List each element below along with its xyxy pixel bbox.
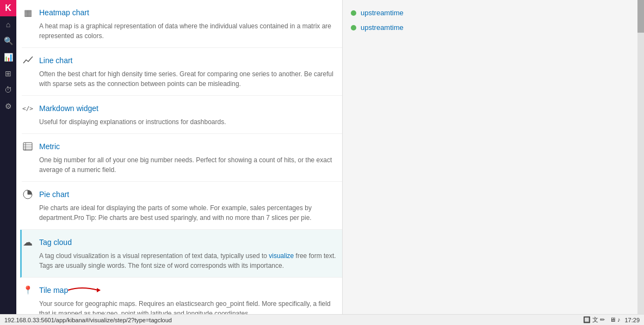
- status-url: 192.168.0.33:5601/app/kibana#/visualize/…: [4, 317, 172, 323]
- annotation-arrow: [65, 285, 109, 296]
- viz-item-markdown-header: </> Markdown widget: [22, 102, 337, 114]
- viz-item-pie-header: Pie chart: [22, 188, 337, 200]
- right-item-label-1: upstreamtime: [361, 9, 404, 17]
- markdown-icon: </>: [22, 102, 34, 114]
- sidebar-icon-visualize[interactable]: 📊: [0, 49, 16, 65]
- pie-chart-icon: [22, 188, 34, 200]
- svg-line-0: [32, 57, 33, 58]
- pie-chart-description: Pie charts are ideal for displaying the …: [39, 203, 337, 223]
- viz-item-tilemap-header: 📍 Tile map: [22, 284, 337, 296]
- metric-icon: [22, 140, 34, 152]
- viz-item-tagcloud[interactable]: ☁ Tag cloud A tag cloud visualization is…: [20, 230, 342, 278]
- line-chart-title: Line chart: [39, 56, 72, 65]
- metric-title: Metric: [39, 142, 60, 151]
- tag-cloud-icon: ☁: [22, 236, 34, 248]
- tag-cloud-description: A tag cloud visualization is a visual re…: [39, 251, 337, 271]
- line-chart-icon: [22, 54, 34, 66]
- sidebar-icon-timelion[interactable]: ⏱: [0, 82, 16, 98]
- viz-item-line-header: Line chart: [22, 54, 337, 66]
- kibana-logo[interactable]: K: [0, 0, 16, 16]
- sidebar-icon-settings[interactable]: ⚙: [0, 98, 16, 114]
- markdown-title: Markdown widget: [39, 104, 98, 113]
- viz-item-metric[interactable]: Metric One big number for all of your on…: [22, 134, 342, 182]
- status-icons: 🔲 文 ✏ 🖥 ♪: [583, 316, 621, 324]
- metric-description: One big number for all of your one big n…: [39, 155, 337, 175]
- visualize-link[interactable]: visualize: [269, 252, 294, 260]
- tile-map-title: Tile map: [39, 286, 68, 295]
- status-time: 17:29: [624, 317, 640, 323]
- viz-item-pie[interactable]: Pie chart Pie charts are ideal for displ…: [22, 182, 342, 230]
- sidebar: K ⌂ 🔍 📊 ⊞ ⏱ ⚙: [0, 0, 16, 325]
- main-area: ▦ Heatmap chart A heat map is a graphica…: [16, 0, 644, 325]
- viz-item-markdown[interactable]: </> Markdown widget Useful for displayin…: [22, 96, 342, 134]
- viz-item-heatmap-header: ▦ Heatmap chart: [22, 7, 337, 19]
- right-panel: upstreamtime upstreamtime: [343, 0, 637, 325]
- scrollbar-thumb[interactable]: [637, 0, 644, 33]
- outer-scrollbar[interactable]: [637, 0, 644, 325]
- heatmap-title: Heatmap chart: [39, 8, 89, 17]
- viz-item-heatmap[interactable]: ▦ Heatmap chart A heat map is a graphica…: [22, 0, 342, 48]
- status-bar: 192.168.0.33:5601/app/kibana#/visualize/…: [0, 314, 644, 325]
- status-dot-2: [351, 25, 356, 30]
- sidebar-icon-dashboard[interactable]: ⊞: [0, 65, 16, 82]
- tag-cloud-title: Tag cloud: [39, 238, 72, 247]
- heatmap-icon: ▦: [22, 7, 34, 19]
- status-right: 🔲 文 ✏ 🖥 ♪ 17:29: [583, 316, 640, 324]
- tile-map-icon: 📍: [22, 284, 34, 296]
- visualization-list: ▦ Heatmap chart A heat map is a graphica…: [16, 0, 343, 325]
- heatmap-description: A heat map is a graphical representation…: [39, 21, 337, 41]
- sidebar-icon-home[interactable]: ⌂: [0, 16, 16, 33]
- sidebar-icon-discover[interactable]: 🔍: [0, 33, 16, 49]
- right-item-2[interactable]: upstreamtime: [351, 20, 629, 35]
- pie-chart-title: Pie chart: [39, 190, 69, 199]
- viz-item-line[interactable]: Line chart Often the best chart for high…: [22, 48, 342, 96]
- svg-marker-6: [97, 288, 101, 292]
- right-item-label-2: upstreamtime: [361, 23, 404, 32]
- right-item-1[interactable]: upstreamtime: [351, 5, 629, 20]
- line-chart-description: Often the best chart for high density ti…: [39, 69, 337, 89]
- viz-item-metric-header: Metric: [22, 140, 337, 152]
- status-dot-1: [351, 10, 356, 16]
- markdown-description: Useful for displaying explanations or in…: [39, 117, 337, 127]
- viz-item-tagcloud-header: ☁ Tag cloud: [22, 236, 337, 248]
